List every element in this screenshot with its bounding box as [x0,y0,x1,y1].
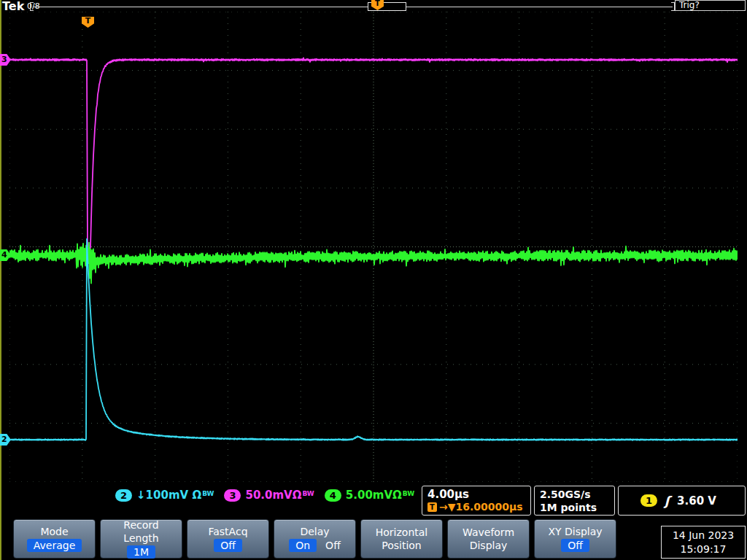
record-length-readout: 1M points [540,501,609,514]
ch3-readout[interactable]: 3 50.0mVΩBW [224,489,314,502]
trigger-source-badge: 1 [640,494,657,507]
menu-fastacq-label: FastAcq [208,526,247,537]
menu-record-length-button[interactable]: Record Length 1M [100,519,182,559]
trigger-status-badge: Trig? [675,0,746,11]
menu-fastacq-button[interactable]: FastAcq Off [187,519,269,559]
menu-waveform-display-label-2: Display [470,540,508,551]
ch4-badge: 4 [325,489,341,502]
ch4-bandwidth-icon: BW [403,490,414,497]
ch2-bandwidth-icon: BW [202,490,214,497]
menu-fastacq-value: Off [214,539,242,552]
ch4-scale: 5.00mVΩBW [346,489,414,502]
menu-waveform-display-button[interactable]: Waveform Display [447,519,530,559]
waveform-display [9,12,738,482]
delay-value: →▼16.00000µs [439,501,523,513]
ch3-bandwidth-icon: BW [302,490,314,497]
menu-mode-button[interactable]: Mode Average [13,519,96,559]
record-view-line [34,7,673,7]
menu-record-length-label-1: Record [123,519,158,531]
acquisition-readout[interactable]: 2.50GS/s 1M points [534,486,615,516]
menu-delay-button[interactable]: Delay On Off [274,519,356,559]
ch2-readout[interactable]: 2 ↓100mV ΩBW [115,489,214,502]
ch4-readout[interactable]: 4 5.00mVΩBW [325,489,414,502]
horizontal-delay: T →▼16.00000µs [427,501,525,513]
menu-delay-on-value: On [289,539,317,552]
bottom-menu: Mode Average Record Length 1M FastAcq Of… [13,519,616,559]
channel-readouts: 2 ↓100mV ΩBW 3 50.0mVΩBW 4 5.00mVΩBW [115,489,414,502]
menu-delay-label: Delay [300,526,329,537]
sample-rate: 2.50GS/s [540,488,609,501]
menu-mode-value: Average [27,539,82,552]
menu-mode-label: Mode [40,526,68,537]
trigger-level: 3.60 V [677,494,716,508]
delay-trigger-icon: T [427,502,437,512]
date-label: 14 Jun 2023 [673,529,734,542]
ch2-badge: 2 [115,489,132,502]
time-label: 15:09:17 [681,542,727,556]
screen-bezel-edge [0,0,1,560]
trigger-readout[interactable]: 1 ʃ 3.60 V [618,486,746,516]
ch3-scale: 50.0mVΩBW [245,489,314,502]
menu-record-length-value: 1M [127,545,155,559]
menu-waveform-display-label-1: Waveform [462,526,514,538]
menu-xy-display-button[interactable]: XY Display Off [534,519,616,559]
horizontal-scale: 4.00µs [427,488,525,501]
ch3-badge: 3 [224,489,241,502]
menu-horizontal-position-button[interactable]: Horizontal Position [360,519,443,559]
menu-delay-options: On Off [289,539,341,552]
readout-bar: 2 ↓100mV ΩBW 3 50.0mVΩBW 4 5.00mVΩBW 4.0… [0,486,747,518]
menu-horizontal-position-label-1: Horizontal [376,526,427,538]
trigger-slope-icon: ʃ [665,494,670,508]
menu-delay-off-option: Off [325,540,341,551]
menu-horizontal-position-label-2: Position [382,540,422,551]
horizontal-readout[interactable]: 4.00µs T →▼16.00000µs [422,486,531,516]
menu-xy-display-value: Off [561,539,589,552]
waveform-ch3 [9,58,738,250]
menu-xy-display-label: XY Display [548,526,602,537]
ch2-scale: ↓100mV ΩBW [136,489,214,502]
menu-record-length-label-2: Length [123,532,158,544]
waveform-ch2 [9,239,738,440]
graticule: T [9,12,738,482]
datetime-box: 14 Jun 2023 15:09:17 [661,526,746,559]
